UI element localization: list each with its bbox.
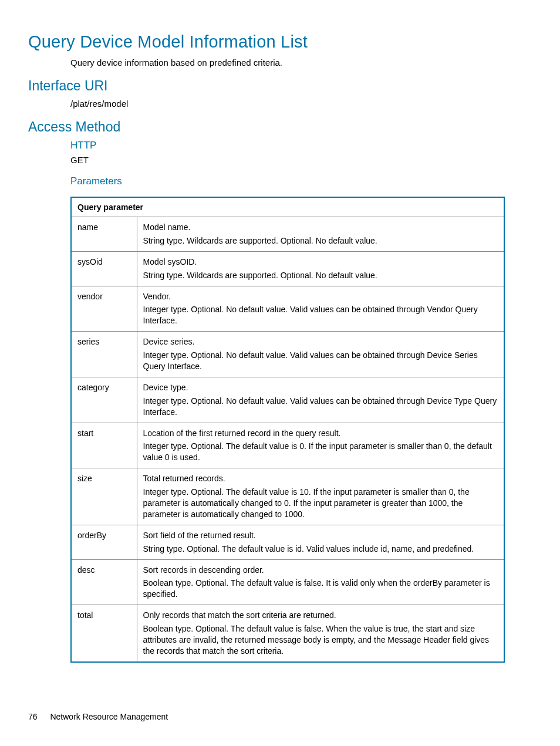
param-description: Vendor.Integer type. Optional. No defaul…	[137, 286, 504, 332]
param-name: sysOid	[71, 251, 137, 286]
param-description: Total returned records.Integer type. Opt…	[137, 468, 504, 525]
param-description: Location of the first returned record in…	[137, 423, 504, 468]
param-name: vendor	[71, 286, 137, 332]
param-description: Sort field of the returned result.String…	[137, 525, 504, 559]
param-name: orderBy	[71, 525, 137, 559]
page-footer: 76 Network Resource Management	[28, 712, 168, 721]
table-row: descSort records in descending order.Boo…	[71, 559, 504, 605]
table-row: startLocation of the first returned reco…	[71, 423, 504, 468]
table-row: orderBySort field of the returned result…	[71, 525, 504, 559]
table-header: Query parameter	[71, 197, 504, 217]
interface-uri-value: /plat/res/model	[70, 99, 532, 109]
param-name: start	[71, 423, 137, 468]
param-name: category	[71, 377, 137, 423]
page-intro: Query device information based on predef…	[70, 58, 532, 67]
param-name: total	[71, 605, 137, 662]
table-row: sizeTotal returned records.Integer type.…	[71, 468, 504, 525]
param-description: Device series.Integer type. Optional. No…	[137, 332, 504, 377]
param-description: Model name.String type. Wildcards are su…	[137, 217, 504, 252]
heading-http: HTTP	[70, 140, 532, 151]
table-row: categoryDevice type.Integer type. Option…	[71, 377, 504, 423]
page-title: Query Device Model Information List	[28, 32, 532, 52]
param-name: desc	[71, 559, 137, 605]
http-method-value: GET	[70, 155, 532, 165]
footer-section: Network Resource Management	[50, 712, 168, 721]
table-row: seriesDevice series.Integer type. Option…	[71, 332, 504, 377]
param-description: Device type.Integer type. Optional. No d…	[137, 377, 504, 423]
param-name: size	[71, 468, 137, 525]
table-row: totalOnly records that match the sort cr…	[71, 605, 504, 662]
page-number: 76	[28, 712, 38, 721]
table-row: vendorVendor.Integer type. Optional. No …	[71, 286, 504, 332]
param-description: Sort records in descending order.Boolean…	[137, 559, 504, 605]
heading-access-method: Access Method	[28, 119, 532, 135]
heading-parameters: Parameters	[70, 175, 532, 187]
table-row: nameModel name.String type. Wildcards ar…	[71, 217, 504, 252]
heading-interface-uri: Interface URI	[28, 78, 532, 94]
table-row: sysOidModel sysOID.String type. Wildcard…	[71, 251, 504, 286]
param-description: Model sysOID.String type. Wildcards are …	[137, 251, 504, 286]
parameters-table: Query parameter nameModel name.String ty…	[70, 197, 505, 663]
param-name: series	[71, 332, 137, 377]
param-name: name	[71, 217, 137, 252]
param-description: Only records that match the sort criteri…	[137, 605, 504, 662]
